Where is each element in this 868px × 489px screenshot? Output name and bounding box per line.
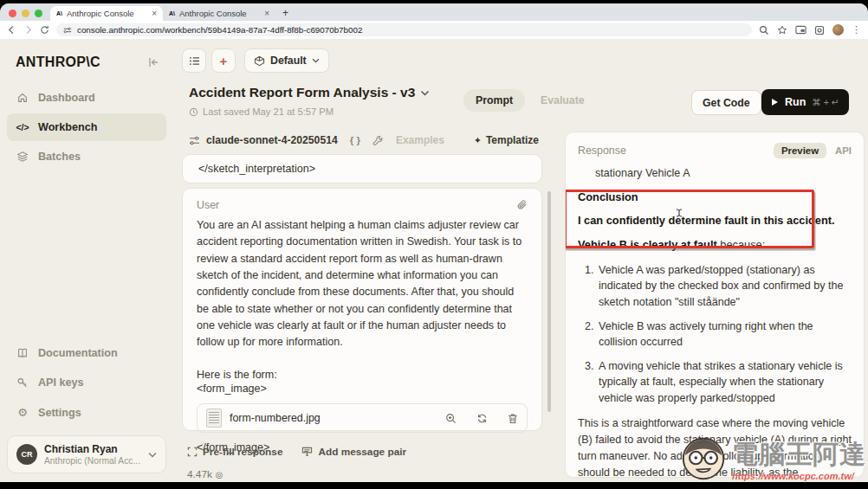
list-icon	[189, 56, 200, 66]
form-open-tag[interactable]: <form_image>	[197, 383, 528, 395]
prompt-title[interactable]: Accident Report Form Analysis - v3	[189, 85, 430, 100]
site-settings-icon[interactable]	[63, 26, 72, 35]
sidebar-item-settings[interactable]: ⚙ Settings	[7, 398, 166, 427]
url-bar: console.anthropic.com/workbench/59b4149a…	[0, 21, 868, 39]
reload-icon[interactable]	[40, 25, 49, 35]
cube-icon	[254, 55, 265, 67]
sliders-icon	[189, 136, 200, 145]
run-shortcut: ⌘ + ↵	[812, 97, 839, 107]
close-tab-icon[interactable]: ×	[152, 9, 157, 18]
response-label: Response	[578, 145, 626, 157]
run-button[interactable]: Run ⌘ + ↵	[761, 89, 849, 115]
user-message-card[interactable]: User You are an AI assistant helping a h…	[182, 188, 542, 431]
collapse-sidebar-icon[interactable]	[147, 57, 159, 68]
variables-icon[interactable]: { }	[350, 135, 360, 145]
watermark-text: 電腦王阿達	[732, 437, 866, 473]
sidebar-item-documentation[interactable]: Documentation	[7, 339, 166, 367]
sidebar-item-workbench[interactable]: </> Workbench	[7, 113, 166, 141]
sidebar-item-batches[interactable]: Batches	[7, 143, 166, 171]
prompt-list-button[interactable]	[182, 48, 206, 73]
get-code-button[interactable]: Get Code	[691, 90, 761, 115]
browser-window: A\ Anthropic Console × A\ Anthropic Cons…	[0, 3, 868, 482]
tab-preview[interactable]: Preview	[774, 143, 826, 158]
tab-title: Anthropic Console	[67, 9, 147, 18]
text-cursor	[676, 209, 683, 218]
site-watermark: 電腦王阿達 https://www.kocpc.com.tw/	[678, 434, 866, 484]
new-prompt-button[interactable]: +	[211, 48, 236, 73]
response-panel: Response Preview API stationary Vehicle …	[565, 132, 865, 478]
sidebar-item-dashboard[interactable]: Dashboard	[7, 84, 166, 112]
reason-list: Vehicle A was parked/stopped (stationary…	[583, 262, 852, 407]
system-prompt-tail[interactable]: </sketch_interpretation>	[182, 154, 542, 183]
templatize-button[interactable]: ✦ Templatize	[474, 134, 539, 146]
response-scrolled-text: stationary Vehicle A	[578, 165, 852, 182]
tab-title: Anthropic Console	[179, 9, 260, 18]
minimize-window-button[interactable]	[22, 10, 29, 17]
user-org: Anthropic (Normal Acc...	[44, 456, 141, 466]
sidebar-item-label: Workbench	[38, 121, 97, 133]
verdict-line-2: Vehicle B is clearly at fault because:	[578, 238, 852, 251]
anthropic-console-app: ANTHROP\C Dashboard </> Workbench Batche…	[0, 39, 868, 482]
new-tab-button[interactable]: +	[275, 7, 295, 21]
role-label: User	[197, 199, 219, 211]
attachment-filename: form-numbered.jpg	[230, 412, 425, 424]
add-message-pair-button[interactable]: Add message pair	[301, 446, 406, 458]
back-icon[interactable]	[7, 25, 16, 35]
tab-strip: A\ Anthropic Console × A\ Anthropic Cons…	[0, 3, 868, 21]
close-window-button[interactable]	[9, 10, 16, 17]
browser-menu-icon[interactable]: ⋮	[852, 24, 861, 35]
profile-avatar[interactable]	[832, 24, 844, 35]
key-icon	[16, 376, 29, 389]
dashed-box-icon	[187, 447, 198, 457]
delete-icon[interactable]	[508, 413, 518, 424]
token-count: 4.47k ◎	[187, 468, 223, 480]
sidebar-item-label: API keys	[38, 376, 84, 389]
examples-button[interactable]: Examples	[396, 134, 444, 146]
browser-tab-inactive[interactable]: A\ Anthropic Console ×	[163, 6, 275, 21]
attachment-thumbnail	[206, 409, 222, 428]
prompt-scrollbar[interactable]	[547, 191, 551, 412]
tab-evaluate[interactable]: Evaluate	[528, 89, 597, 112]
sidebar-item-label: Dashboard	[38, 92, 95, 104]
refresh-icon[interactable]	[476, 413, 488, 424]
tab-api[interactable]: API	[835, 145, 852, 156]
conclusion-heading: Conclusion	[578, 190, 852, 203]
account-switcher[interactable]: CR Christian Ryan Anthropic (Normal Acc.…	[7, 435, 166, 473]
extensions-icon[interactable]	[814, 25, 825, 35]
workbench-main: + Default Accident Report Form Analysis …	[173, 39, 868, 482]
verdict-line-1: I can confidently determine fault in thi…	[578, 214, 852, 227]
attachment-row[interactable]: form-numbered.jpg	[197, 403, 528, 433]
sidebar-item-label: Documentation	[38, 347, 118, 359]
traffic-lights[interactable]	[0, 10, 50, 21]
browser-tab-active[interactable]: A\ Anthropic Console ×	[50, 6, 163, 21]
browser-actions: ⋮	[759, 24, 861, 35]
maximize-window-button[interactable]	[35, 10, 42, 17]
watermark-mascot	[678, 434, 729, 484]
play-icon	[771, 98, 779, 106]
tab-prompt[interactable]: Prompt	[463, 89, 525, 112]
zoom-icon[interactable]	[759, 25, 769, 35]
token-icon: ◎	[216, 470, 223, 479]
zoom-in-icon[interactable]	[445, 413, 457, 424]
user-message-text[interactable]: You are an AI assistant helping a human …	[197, 217, 528, 351]
paperclip-icon[interactable]	[516, 199, 528, 211]
sidebar-item-api-keys[interactable]: API keys	[7, 369, 166, 396]
sparkle-icon: ✦	[474, 135, 482, 146]
chevron-down-icon[interactable]	[420, 90, 430, 96]
last-saved: Last saved May 21 at 5:57 PM	[189, 106, 430, 117]
address-bar[interactable]: console.anthropic.com/workbench/59b4149a…	[56, 23, 752, 36]
url-text[interactable]: console.anthropic.com/workbench/59b4149a…	[77, 25, 362, 35]
bookmark-star-icon[interactable]	[777, 25, 787, 35]
tools-icon[interactable]	[372, 135, 384, 146]
prefill-response-button[interactable]: Pre-fill response	[187, 446, 282, 458]
workspace-selector[interactable]: Default	[244, 48, 329, 73]
pip-icon[interactable]	[795, 25, 806, 35]
forward-icon[interactable]	[23, 25, 33, 35]
model-name: claude-sonnet-4-20250514	[206, 134, 338, 146]
gear-icon: ⚙	[16, 406, 29, 419]
reason-item: A moving vehicle that strikes a stationa…	[597, 358, 852, 407]
anthropic-logo: ANTHROP\C	[16, 55, 100, 70]
model-selector[interactable]: claude-sonnet-4-20250514	[189, 134, 338, 146]
form-intro[interactable]: Here is the form:	[197, 367, 528, 383]
close-tab-icon[interactable]: ×	[264, 9, 269, 18]
